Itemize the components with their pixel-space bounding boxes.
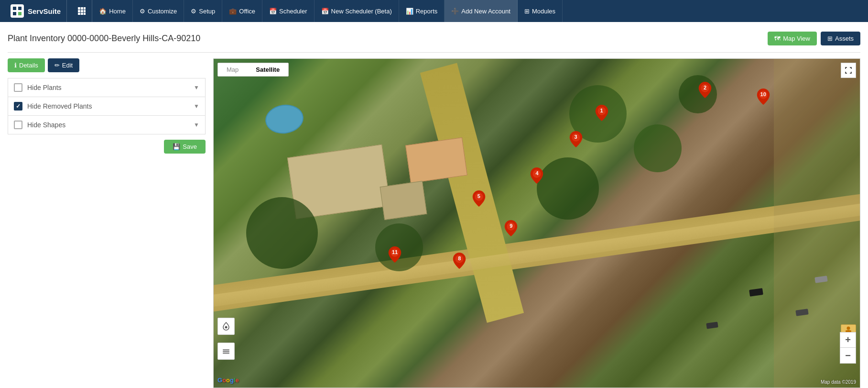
marker-9-number: 9 (510, 223, 512, 229)
nav-new-scheduler-label: New Scheduler (Beta) (331, 8, 392, 15)
layers-button[interactable] (217, 343, 235, 360)
map-area[interactable]: Map Satellite (213, 58, 860, 388)
map-background: 1 2 (214, 59, 860, 388)
scheduler-icon: 📅 (269, 8, 277, 15)
nav-setup-label: Setup (199, 8, 215, 15)
map-attribution: Map data ©2019 (821, 379, 856, 385)
save-row: 💾 Save (8, 140, 206, 154)
nav-item-new-scheduler[interactable]: 📅 New Scheduler (Beta) (315, 0, 399, 22)
marker-2-number: 2 (704, 85, 706, 90)
nav-home-label: Home (109, 8, 126, 15)
svg-rect-8 (81, 10, 83, 12)
action-buttons: ℹ Details ✏ Edit (8, 58, 206, 72)
marker-10[interactable]: 10 (757, 89, 770, 105)
svg-rect-24 (223, 351, 229, 353)
svg-rect-9 (84, 10, 86, 12)
marker-11-number: 11 (392, 249, 398, 255)
nav-item-modules[interactable]: ⊞ Modules (518, 0, 563, 22)
marker-3[interactable]: 3 (569, 131, 583, 147)
marker-8[interactable]: 8 (453, 253, 466, 269)
assets-button[interactable]: ⊞ Assets (821, 32, 860, 45)
svg-rect-1 (18, 7, 22, 10)
page-header: Plant Inventory 0000-0000-Beverly Hills-… (8, 27, 860, 53)
marker-1-number: 1 (600, 108, 603, 113)
top-navigation: ServSuite 🏠 Home ⚙ Customize ⚙ Setup 💼 O… (0, 0, 868, 22)
tree-cluster-4 (246, 197, 318, 269)
marker-1[interactable]: 1 (595, 105, 608, 121)
nav-item-scheduler[interactable]: 📅 Scheduler (262, 0, 315, 22)
nav-scheduler-label: Scheduler (279, 8, 307, 15)
assets-icon: ⊞ (827, 35, 833, 42)
hide-plants-row[interactable]: Hide Plants ▼ (8, 78, 206, 97)
hide-shapes-dropdown-arrow[interactable]: ▼ (194, 122, 199, 128)
svg-rect-7 (78, 10, 80, 12)
relocate-button[interactable] (217, 318, 235, 335)
save-icon: 💾 (173, 143, 180, 150)
svg-rect-10 (78, 13, 80, 15)
edit-button[interactable]: ✏ Edit (48, 58, 79, 72)
nav-modules-label: Modules (532, 8, 555, 15)
edit-label: Edit (62, 62, 73, 69)
zoom-out-button[interactable]: − (840, 348, 856, 363)
car-1 (749, 288, 763, 297)
tab-map[interactable]: Map (218, 63, 247, 76)
map-view-icon: 🗺 (774, 35, 781, 42)
nav-reports-label: Reports (416, 8, 438, 15)
hide-plants-checkbox[interactable] (14, 83, 22, 92)
map-view-label: Map View (783, 35, 810, 42)
details-icon: ℹ (14, 62, 17, 69)
page-title: Plant Inventory 0000-0000-Beverly Hills-… (8, 33, 200, 44)
hide-plants-left: Hide Plants (14, 83, 62, 92)
marker-9[interactable]: 9 (504, 220, 518, 236)
tree-cluster-2 (634, 124, 682, 172)
svg-rect-0 (13, 7, 16, 10)
marker-10-number: 10 (760, 91, 766, 97)
nav-customize-label: Customize (148, 8, 177, 15)
svg-rect-5 (81, 7, 83, 10)
map-view-button[interactable]: 🗺 Map View (768, 32, 817, 45)
hide-shapes-checkbox[interactable] (14, 121, 22, 129)
svg-point-22 (225, 326, 228, 329)
hide-shapes-label: Hide Shapes (27, 121, 65, 129)
hide-removed-plants-checkbox[interactable] (14, 102, 22, 111)
brand-logo[interactable]: ServSuite (5, 0, 67, 22)
nav-item-reports[interactable]: 📊 Reports (399, 0, 445, 22)
fullscreen-button[interactable] (841, 63, 856, 78)
add-account-icon: ➕ (451, 8, 459, 15)
building-2 (405, 137, 467, 183)
save-button[interactable]: 💾 Save (164, 140, 206, 154)
hide-shapes-left: Hide Shapes (14, 121, 65, 129)
nav-item-setup[interactable]: ⚙ Setup (184, 0, 222, 22)
new-scheduler-icon: 📅 (321, 8, 329, 15)
svg-point-26 (847, 327, 850, 330)
marker-2[interactable]: 2 (698, 82, 712, 98)
grid-menu-icon[interactable] (72, 0, 92, 22)
hide-removed-plants-dropdown-arrow[interactable]: ▼ (194, 103, 199, 110)
map-satellite-image (214, 59, 860, 388)
hide-removed-plants-label: Hide Removed Plants (27, 102, 92, 110)
hide-removed-plants-row[interactable]: Hide Removed Plants ▼ (8, 97, 206, 116)
nav-item-office[interactable]: 💼 Office (222, 0, 262, 22)
nav-item-add-account[interactable]: ➕ Add New Account (445, 0, 518, 22)
nav-item-home[interactable]: 🏠 Home (92, 0, 133, 22)
assets-label: Assets (835, 35, 854, 42)
zoom-in-button[interactable]: + (840, 333, 856, 348)
marker-5-number: 5 (477, 193, 480, 199)
map-tabs: Map Satellite (217, 63, 289, 77)
hide-plants-dropdown-arrow[interactable]: ▼ (194, 84, 199, 91)
nav-item-customize[interactable]: ⚙ Customize (133, 0, 184, 22)
home-icon: 🏠 (99, 8, 107, 15)
details-button[interactable]: ℹ Details (8, 58, 45, 72)
tab-satellite[interactable]: Satellite (247, 63, 288, 76)
svg-rect-3 (18, 12, 22, 15)
office-icon: 💼 (229, 8, 237, 15)
modules-icon: ⊞ (524, 8, 530, 15)
hide-shapes-row[interactable]: Hide Shapes ▼ (8, 115, 206, 134)
svg-rect-12 (84, 13, 86, 15)
setup-icon: ⚙ (191, 8, 196, 15)
marker-5[interactable]: 5 (472, 190, 486, 207)
customize-icon: ⚙ (140, 8, 145, 15)
marker-11[interactable]: 11 (388, 246, 401, 263)
tree-cluster-6 (537, 157, 599, 220)
marker-4[interactable]: 4 (530, 167, 543, 184)
